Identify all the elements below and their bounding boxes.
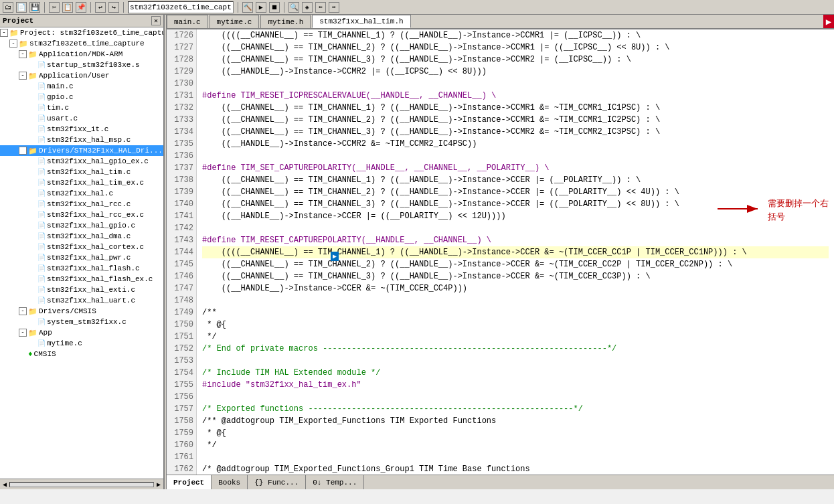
sidebar-item-drivers-hal[interactable]: -📁Drivers/STM32F1xx_HAL_Dri... (0, 145, 163, 156)
sidebar-item-hal-dma[interactable]: 📄stm32f1xx_hal_dma.c (0, 231, 163, 242)
tree-toggle-drivers-cmsis[interactable]: - (19, 307, 27, 315)
sidebar-item-hal-flash[interactable]: 📄stm32f1xx_hal_flash.c (0, 263, 163, 274)
tree-toggle-stm32-root[interactable]: - (9, 39, 17, 48)
sidebar-item-hal-tim[interactable]: 📄stm32f1xx_hal_tim.c (0, 167, 163, 177)
tree-label-drivers-hal: Drivers/STM32F1xx_HAL_Dri... (39, 147, 163, 155)
sidebar-item-hal-flash-ex[interactable]: 📄stm32f1xx_hal_flash_ex.c (0, 274, 163, 284)
toolbar-icon-2[interactable]: 📄 (16, 2, 27, 13)
tree-toggle-drivers-hal[interactable]: - (19, 147, 27, 155)
tab-bar: main.cmytime.cmytime.hstm32f1xx_hal_tim.… (167, 15, 834, 29)
sidebar-item-hal[interactable]: 📄stm32f1xx_hal.c (0, 188, 163, 199)
folder-icon: 📁 (28, 50, 37, 59)
sidebar-item-hal-gpio2[interactable]: 📄stm32f1xx_hal_gpio.c (0, 220, 163, 231)
code-line-1753 (202, 355, 829, 367)
sidebar-item-stm32f1xx-msp[interactable]: 📄stm32f1xx_hal_msp.c (0, 135, 163, 145)
tab-mytime-h[interactable]: mytime.h (260, 15, 311, 28)
sidebar-item-hal-gpio[interactable]: 📄stm32f1xx_hal_gpio_ex.c (0, 156, 163, 167)
toolbar-icon-8[interactable]: ↪ (108, 2, 119, 13)
tree-toggle-app-mdk[interactable]: - (19, 50, 27, 58)
folder-icon: 📁 (28, 147, 37, 155)
tree-label-hal-tim-ex: stm32f1xx_hal_tim_ex.c (47, 179, 144, 187)
sidebar-item-app-user[interactable]: -📁Application/User (0, 70, 163, 81)
code-line-1762: /* @addtogroup TIM_Exported_Functions_Gr… (202, 463, 829, 475)
sidebar-item-project-root[interactable]: -📁Project: stm32f103zet6_time_capture (0, 27, 163, 38)
tree-label-hal-gpio2: stm32f1xx_hal_gpio.c (47, 222, 135, 230)
bottom-tab----func---[interactable]: {} Func... (248, 475, 306, 489)
file-c-icon: 📄 (37, 168, 46, 176)
code-line-1744: ((((__CHANNEL__) == TIM_CHANNEL_1) ? ((_… (202, 246, 829, 258)
toolbar-icon-stop[interactable]: ⏹ (269, 2, 280, 13)
sidebar-item-stm32f1xx-it[interactable]: 📄stm32f1xx_it.c (0, 124, 163, 135)
sidebar-item-hal-tim-ex[interactable]: 📄stm32f1xx_hal_tim_ex.c (0, 177, 163, 188)
sidebar-item-drivers-cmsis[interactable]: -📁Drivers/CMSIS (0, 306, 163, 317)
toolbar-icon-6[interactable]: 📌 (76, 2, 86, 13)
project-name-box: stm32f103zet6_time_capt (128, 1, 234, 13)
sidebar-item-hal-rcc-ex[interactable]: 📄stm32f1xx_hal_rcc_ex.c (0, 209, 163, 220)
code-editor[interactable]: 1726172717281729173017311732173317341735… (167, 29, 834, 475)
tab-mytime-c[interactable]: mytime.c (210, 15, 260, 28)
tree-label-app-user: Application/User (39, 72, 110, 80)
line-number-1749: 1749 (169, 307, 193, 319)
tree-label-hal-flash-ex: stm32f1xx_hal_flash_ex.c (47, 275, 153, 283)
tree-label-stm32-root: stm32f103zet6_time_capture (29, 39, 145, 48)
sidebar-item-hal-uart[interactable]: 📄stm32f1xx_hal_uart.c (0, 295, 163, 306)
line-number-1727: 1727 (169, 41, 193, 54)
code-line-1748 (202, 295, 829, 307)
file-c-icon: 📄 (37, 189, 46, 197)
toolbar-icon-build[interactable]: 🔨 (242, 2, 253, 13)
bottom-tab-books[interactable]: Books (212, 475, 248, 489)
toolbar-icon-5[interactable]: 📋 (62, 2, 73, 13)
line-number-1751: 1751 (169, 331, 193, 343)
sidebar-item-mytime-c[interactable]: 📄mytime.c (0, 338, 163, 349)
line-number-1738: 1738 (169, 174, 193, 186)
toolbar-icon-3[interactable]: 💾 (29, 2, 40, 13)
code-line-1757: /* Exported functions ------------------… (202, 403, 829, 415)
sidebar-close-button[interactable]: ✕ (151, 16, 161, 25)
line-number-1746: 1746 (169, 270, 193, 282)
sidebar-tree[interactable]: -📁Project: stm32f103zet6_time_capture-📁s… (0, 27, 163, 479)
sidebar-scroll[interactable]: ◀ ▶ (0, 479, 163, 489)
sidebar-item-tim-c[interactable]: 📄tim.c (0, 102, 163, 113)
tab-overflow-arrow[interactable]: ▶ (823, 15, 834, 28)
tree-toggle-project-root[interactable]: - (0, 29, 8, 37)
tab-stm32f1xx-hal-tim-h[interactable]: stm32f1xx_hal_tim.h (312, 15, 410, 28)
file-c-icon: 📄 (37, 275, 46, 283)
file-c-icon: 📄 (37, 297, 46, 305)
tab-main-c[interactable]: main.c (167, 15, 208, 28)
folder-icon: 📁 (28, 329, 37, 337)
sidebar-item-sys-stm32[interactable]: 📄system_stm32f1xx.c (0, 317, 163, 327)
toolbar-icon-7[interactable]: ↩ (95, 2, 106, 13)
sidebar-item-cmsis[interactable]: ♦CMSIS (0, 349, 163, 359)
line-number-1752: 1752 (169, 343, 193, 355)
sidebar-item-hal-cortex[interactable]: 📄stm32f1xx_hal_cortex.c (0, 242, 163, 252)
sidebar-item-app-mdk[interactable]: -📁Application/MDK-ARM (0, 49, 163, 60)
toolbar-icon-back[interactable]: ⬅ (315, 2, 326, 13)
line-number-1762: 1762 (169, 463, 193, 475)
tree-toggle-app-user[interactable]: - (19, 72, 27, 80)
sidebar-item-usart-c[interactable]: 📄usart.c (0, 113, 163, 124)
sidebar-item-stm32-root[interactable]: -📁stm32f103zet6_time_capture (0, 38, 163, 49)
bottom-tab-0--temp---[interactable]: 0↓ Temp... (306, 475, 364, 489)
sidebar-item-main-c[interactable]: 📄main.c (0, 81, 163, 92)
code-line-1741: ((__HANDLE__)->Instance->CCER |= ((__POL… (202, 210, 829, 222)
toolbar-icon-4[interactable]: ✂ (49, 2, 60, 13)
line-number-1750: 1750 (169, 319, 193, 331)
bottom-tab-project[interactable]: Project (167, 475, 212, 489)
sidebar-item-hal-pwr[interactable]: 📄stm32f1xx_hal_pwr.c (0, 252, 163, 263)
code-line-1755: #include "stm32f1xx_hal_tim_ex.h" (202, 379, 829, 391)
line-number-1726: 1726 (169, 29, 193, 41)
toolbar-icon-fwd[interactable]: ➡ (329, 2, 339, 13)
toolbar-icon-ref[interactable]: ◈ (302, 2, 313, 13)
sidebar-item-app[interactable]: -📁App (0, 327, 163, 338)
tree-toggle-app[interactable]: - (19, 329, 27, 337)
sidebar-item-gpio-c[interactable]: 📄gpio.c (0, 92, 163, 102)
toolbar-icon-1[interactable]: 🗂 (3, 2, 13, 13)
toolbar-icon-debug[interactable]: ▶ (256, 2, 266, 13)
sidebar-item-hal-rcc[interactable]: 📄stm32f1xx_hal_rcc.c (0, 199, 163, 209)
code-content: 1726172717281729173017311732173317341735… (167, 29, 834, 475)
sidebar-item-startup[interactable]: 📄startup_stm32f103xe.s (0, 60, 163, 70)
code-line-1760: */ (202, 439, 829, 451)
line-number-1743: 1743 (169, 234, 193, 246)
sidebar-item-hal-exti[interactable]: 📄stm32f1xx_hal_exti.c (0, 284, 163, 295)
toolbar-icon-search[interactable]: 🔍 (288, 2, 299, 13)
